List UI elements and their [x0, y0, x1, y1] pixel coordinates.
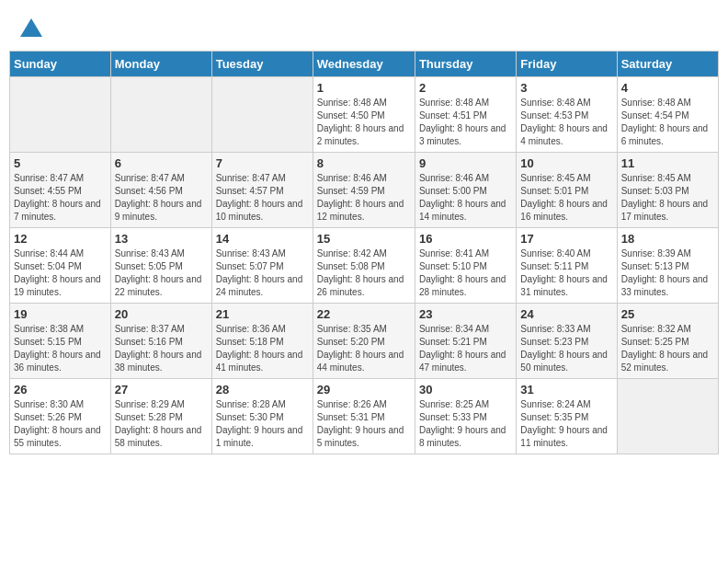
day-info: Sunrise: 8:33 AM Sunset: 5:23 PM Dayligh…	[520, 323, 612, 374]
day-info: Sunrise: 8:47 AM Sunset: 4:56 PM Dayligh…	[115, 172, 208, 224]
day-number: 21	[216, 307, 309, 321]
logo-icon	[20, 18, 42, 37]
day-number: 4	[621, 81, 714, 95]
day-info: Sunrise: 8:46 AM Sunset: 5:00 PM Dayligh…	[419, 172, 512, 224]
calendar-week-1: 1Sunrise: 8:48 AM Sunset: 4:50 PM Daylig…	[10, 77, 719, 153]
calendar-week-3: 12Sunrise: 8:44 AM Sunset: 5:04 PM Dayli…	[10, 228, 719, 304]
calendar-cell: 27Sunrise: 8:29 AM Sunset: 5:28 PM Dayli…	[110, 379, 211, 454]
calendar-week-2: 5Sunrise: 8:47 AM Sunset: 4:55 PM Daylig…	[10, 153, 719, 228]
weekday-header-saturday: Saturday	[617, 52, 718, 77]
day-number: 18	[621, 232, 714, 246]
day-number: 5	[14, 156, 107, 170]
calendar-cell: 3Sunrise: 8:48 AM Sunset: 4:53 PM Daylig…	[517, 77, 617, 153]
day-info: Sunrise: 8:48 AM Sunset: 4:51 PM Dayligh…	[419, 97, 512, 148]
calendar-cell: 28Sunrise: 8:28 AM Sunset: 5:30 PM Dayli…	[211, 379, 313, 454]
day-info: Sunrise: 8:47 AM Sunset: 4:55 PM Dayligh…	[14, 172, 107, 224]
day-number: 6	[115, 156, 208, 170]
weekday-header-sunday: Sunday	[10, 52, 111, 77]
day-number: 22	[317, 307, 411, 321]
svg-marker-0	[20, 18, 42, 37]
calendar-cell: 9Sunrise: 8:46 AM Sunset: 5:00 PM Daylig…	[415, 153, 516, 228]
day-number: 29	[317, 383, 411, 396]
day-info: Sunrise: 8:42 AM Sunset: 5:08 PM Dayligh…	[317, 247, 411, 299]
day-info: Sunrise: 8:47 AM Sunset: 4:57 PM Dayligh…	[216, 172, 309, 224]
calendar-cell: 30Sunrise: 8:25 AM Sunset: 5:33 PM Dayli…	[415, 379, 516, 454]
calendar-cell: 14Sunrise: 8:43 AM Sunset: 5:07 PM Dayli…	[211, 228, 313, 304]
weekday-header-tuesday: Tuesday	[211, 52, 313, 77]
day-info: Sunrise: 8:38 AM Sunset: 5:15 PM Dayligh…	[14, 323, 107, 374]
day-number: 8	[317, 156, 411, 170]
day-info: Sunrise: 8:39 AM Sunset: 5:13 PM Dayligh…	[621, 247, 714, 299]
day-number: 26	[14, 383, 107, 396]
day-info: Sunrise: 8:29 AM Sunset: 5:28 PM Dayligh…	[115, 398, 208, 450]
day-number: 9	[419, 156, 512, 170]
calendar-cell: 12Sunrise: 8:44 AM Sunset: 5:04 PM Dayli…	[10, 228, 111, 304]
day-info: Sunrise: 8:28 AM Sunset: 5:30 PM Dayligh…	[216, 398, 309, 450]
calendar-cell: 26Sunrise: 8:30 AM Sunset: 5:26 PM Dayli…	[10, 379, 111, 454]
day-info: Sunrise: 8:40 AM Sunset: 5:11 PM Dayligh…	[520, 247, 612, 299]
calendar-cell: 5Sunrise: 8:47 AM Sunset: 4:55 PM Daylig…	[10, 153, 111, 228]
day-number: 14	[216, 232, 309, 246]
calendar-cell: 6Sunrise: 8:47 AM Sunset: 4:56 PM Daylig…	[110, 153, 211, 228]
calendar-cell: 17Sunrise: 8:40 AM Sunset: 5:11 PM Dayli…	[517, 228, 617, 304]
calendar-cell: 13Sunrise: 8:43 AM Sunset: 5:05 PM Dayli…	[110, 228, 211, 304]
day-number: 23	[419, 307, 512, 321]
calendar-cell: 21Sunrise: 8:36 AM Sunset: 5:18 PM Dayli…	[211, 304, 313, 379]
calendar-cell: 15Sunrise: 8:42 AM Sunset: 5:08 PM Dayli…	[313, 228, 415, 304]
day-info: Sunrise: 8:48 AM Sunset: 4:54 PM Dayligh…	[621, 97, 714, 148]
calendar-cell: 11Sunrise: 8:45 AM Sunset: 5:03 PM Dayli…	[617, 153, 718, 228]
logo	[18, 18, 42, 41]
day-info: Sunrise: 8:34 AM Sunset: 5:21 PM Dayligh…	[419, 323, 512, 374]
day-info: Sunrise: 8:35 AM Sunset: 5:20 PM Dayligh…	[317, 323, 411, 374]
calendar-cell: 25Sunrise: 8:32 AM Sunset: 5:25 PM Dayli…	[617, 304, 718, 379]
day-number: 15	[317, 232, 411, 246]
day-number: 17	[520, 232, 612, 246]
day-number: 27	[115, 383, 208, 396]
page-header	[9, 9, 719, 46]
day-info: Sunrise: 8:45 AM Sunset: 5:01 PM Dayligh…	[520, 172, 612, 224]
day-number: 13	[115, 232, 208, 246]
calendar-cell	[617, 379, 718, 454]
calendar-cell: 2Sunrise: 8:48 AM Sunset: 4:51 PM Daylig…	[415, 77, 516, 153]
calendar-cell: 23Sunrise: 8:34 AM Sunset: 5:21 PM Dayli…	[415, 304, 516, 379]
calendar-cell: 31Sunrise: 8:24 AM Sunset: 5:35 PM Dayli…	[517, 379, 617, 454]
day-info: Sunrise: 8:25 AM Sunset: 5:33 PM Dayligh…	[419, 398, 512, 450]
day-info: Sunrise: 8:48 AM Sunset: 4:50 PM Dayligh…	[317, 97, 411, 148]
day-info: Sunrise: 8:44 AM Sunset: 5:04 PM Dayligh…	[14, 247, 107, 299]
calendar-cell: 10Sunrise: 8:45 AM Sunset: 5:01 PM Dayli…	[517, 153, 617, 228]
day-number: 24	[520, 307, 612, 321]
day-number: 1	[317, 81, 411, 95]
calendar-cell: 24Sunrise: 8:33 AM Sunset: 5:23 PM Dayli…	[517, 304, 617, 379]
day-number: 12	[14, 232, 107, 246]
calendar-week-5: 26Sunrise: 8:30 AM Sunset: 5:26 PM Dayli…	[10, 379, 719, 454]
weekday-header-friday: Friday	[517, 52, 617, 77]
calendar-week-4: 19Sunrise: 8:38 AM Sunset: 5:15 PM Dayli…	[10, 304, 719, 379]
day-info: Sunrise: 8:26 AM Sunset: 5:31 PM Dayligh…	[317, 398, 411, 450]
calendar-cell: 20Sunrise: 8:37 AM Sunset: 5:16 PM Dayli…	[110, 304, 211, 379]
calendar-cell: 18Sunrise: 8:39 AM Sunset: 5:13 PM Dayli…	[617, 228, 718, 304]
day-number: 30	[419, 383, 512, 396]
day-number: 10	[520, 156, 612, 170]
day-number: 11	[621, 156, 714, 170]
day-info: Sunrise: 8:48 AM Sunset: 4:53 PM Dayligh…	[520, 97, 612, 148]
day-number: 16	[419, 232, 512, 246]
day-info: Sunrise: 8:24 AM Sunset: 5:35 PM Dayligh…	[520, 398, 612, 450]
day-number: 19	[14, 307, 107, 321]
day-number: 20	[115, 307, 208, 321]
calendar-cell: 22Sunrise: 8:35 AM Sunset: 5:20 PM Dayli…	[313, 304, 415, 379]
day-info: Sunrise: 8:41 AM Sunset: 5:10 PM Dayligh…	[419, 247, 512, 299]
weekday-header-thursday: Thursday	[415, 52, 516, 77]
day-info: Sunrise: 8:36 AM Sunset: 5:18 PM Dayligh…	[216, 323, 309, 374]
day-number: 3	[520, 81, 612, 95]
day-number: 28	[216, 383, 309, 396]
calendar-cell	[110, 77, 211, 153]
day-info: Sunrise: 8:43 AM Sunset: 5:05 PM Dayligh…	[115, 247, 208, 299]
calendar-cell: 16Sunrise: 8:41 AM Sunset: 5:10 PM Dayli…	[415, 228, 516, 304]
calendar-table: SundayMondayTuesdayWednesdayThursdayFrid…	[9, 51, 719, 454]
day-number: 31	[520, 383, 612, 396]
calendar-cell: 29Sunrise: 8:26 AM Sunset: 5:31 PM Dayli…	[313, 379, 415, 454]
logo-text	[18, 18, 42, 41]
weekday-header-wednesday: Wednesday	[313, 52, 415, 77]
day-number: 7	[216, 156, 309, 170]
calendar-cell	[211, 77, 313, 153]
